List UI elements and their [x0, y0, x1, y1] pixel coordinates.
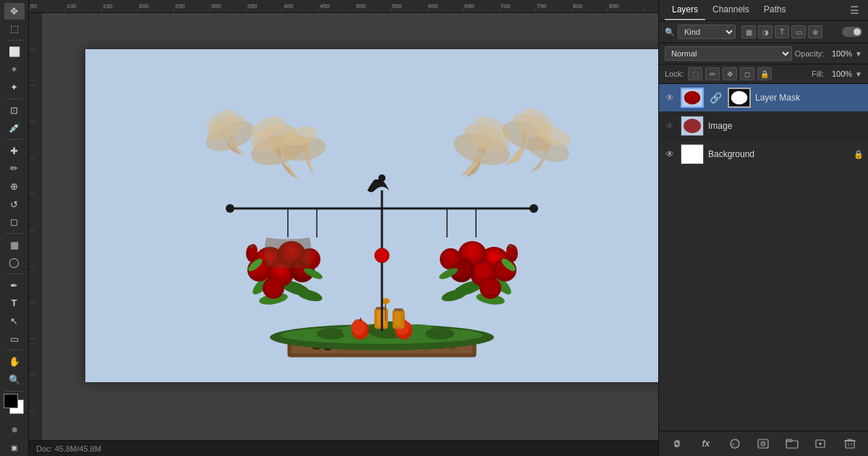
artboard-tool[interactable]: ⬚ — [4, 21, 25, 38]
opacity-value: 100% — [827, 49, 852, 58]
svg-point-204 — [761, 442, 765, 446]
svg-text:200: 200 — [139, 3, 149, 9]
layer-visibility-image[interactable]: 👁 — [663, 119, 676, 132]
magic-wand-tool[interactable]: ✦ — [4, 79, 25, 96]
type-tool[interactable]: T — [4, 295, 25, 312]
svg-point-189 — [446, 251, 456, 261]
svg-rect-53 — [29, 13, 42, 440]
lock-row: Lock: ⬚ ✏ ✥ ◻ 🔒 Fill: 100% ▼ — [659, 64, 868, 84]
layer-filter-icons: ▦ ◑ T ▭ ⊕ — [741, 25, 822, 38]
filter-shape-icon[interactable]: ▭ — [791, 25, 806, 38]
new-group-icon[interactable] — [783, 436, 801, 452]
svg-text:800: 800 — [573, 3, 583, 9]
filter-smart-icon[interactable]: ⊕ — [808, 25, 822, 38]
layer-thumb-background — [681, 144, 704, 164]
crop-tool[interactable]: ⊡ — [4, 102, 25, 119]
lasso-tool[interactable]: ⌖ — [4, 62, 25, 78]
layer-name-background: Background — [708, 149, 849, 159]
layer-chain-icon[interactable]: 🔗 — [708, 92, 723, 104]
svg-point-198 — [731, 91, 747, 105]
lock-transparent-btn[interactable]: ⬚ — [688, 67, 702, 80]
ruler-vertical — [29, 13, 42, 440]
canvas-with-ruler — [29, 13, 658, 440]
svg-point-89 — [425, 328, 454, 339]
fill-dropdown-arrow[interactable]: ▼ — [855, 70, 862, 78]
shape-tool[interactable]: ▭ — [4, 331, 25, 347]
svg-text:400: 400 — [284, 3, 294, 9]
layer-item-background[interactable]: 👁 Background 🔒 — [659, 140, 868, 169]
color-swatches[interactable] — [4, 394, 25, 414]
svg-text:350: 350 — [247, 3, 258, 9]
layer-kind-select[interactable]: Kind — [678, 25, 736, 39]
dodge-tool[interactable]: ◯ — [4, 254, 25, 271]
link-layers-icon[interactable] — [668, 436, 686, 452]
delete-layer-icon[interactable] — [841, 436, 859, 452]
tool-separator-5 — [6, 274, 23, 274]
svg-line-92 — [360, 318, 361, 321]
tab-paths[interactable]: Paths — [757, 0, 793, 20]
new-fill-adjustment-icon[interactable] — [726, 436, 744, 452]
fx-icon[interactable]: fx — [697, 436, 715, 452]
lock-all-btn[interactable]: 🔒 — [757, 67, 772, 80]
screen-mode-tool[interactable]: ▣ — [4, 439, 25, 456]
move-tool[interactable]: ✥ — [4, 3, 25, 20]
lock-artboard-btn[interactable]: ◻ — [740, 67, 754, 80]
gradient-tool[interactable]: ▦ — [4, 237, 25, 253]
brush-tool[interactable]: ✏ — [4, 161, 25, 177]
tool-separator-4 — [6, 233, 23, 234]
blend-opacity-row: Normal Opacity: 100% ▼ — [659, 43, 868, 64]
lock-position-btn[interactable]: ✥ — [723, 67, 737, 80]
left-toolbar: ✥ ⬚ ⬜ ⌖ ✦ ⊡ 💉 ✚ ✏ ⊕ ↺ ◻ ▦ ◯ ✒ T ↖ ▭ ✋ 🔍 … — [0, 0, 29, 456]
foreground-color-swatch[interactable] — [4, 394, 18, 408]
quick-mask-tool[interactable]: ⊗ — [4, 422, 25, 439]
new-layer-mask-icon[interactable] — [754, 436, 772, 452]
svg-rect-212 — [848, 439, 852, 441]
svg-point-148 — [265, 279, 281, 295]
tab-channels[interactable]: Channels — [705, 0, 757, 20]
svg-point-91 — [352, 319, 366, 335]
fill-value: 100% — [827, 69, 852, 78]
canvas-viewport[interactable] — [42, 13, 658, 440]
layer-visibility-background[interactable]: 👁 — [663, 148, 676, 161]
svg-text:150: 150 — [103, 3, 113, 9]
filter-type-icon[interactable]: T — [775, 25, 789, 38]
zoom-tool[interactable]: 🔍 — [4, 371, 25, 388]
history-tool[interactable]: ↺ — [4, 196, 25, 213]
lock-image-btn[interactable]: ✏ — [705, 67, 720, 80]
filter-adjustment-icon[interactable]: ◑ — [758, 25, 773, 38]
svg-point-200 — [684, 119, 701, 133]
background-lock-icon: 🔒 — [854, 150, 864, 159]
tab-layers[interactable]: Layers — [665, 0, 705, 20]
svg-text:100: 100 — [67, 3, 77, 9]
panel-tabs: Layers Channels Paths ☰ — [659, 0, 868, 21]
path-select-tool[interactable]: ↖ — [4, 313, 25, 329]
svg-point-180 — [476, 263, 490, 278]
new-layer-icon[interactable] — [812, 436, 830, 452]
clone-tool[interactable]: ⊕ — [4, 178, 25, 195]
hand-tool[interactable]: ✋ — [4, 353, 25, 370]
svg-text:850: 850 — [609, 3, 619, 9]
svg-point-153 — [249, 244, 258, 257]
eraser-tool[interactable]: ◻ — [4, 214, 25, 230]
marquee-tool[interactable]: ⬜ — [4, 43, 25, 60]
healing-tool[interactable]: ✚ — [4, 143, 25, 159]
panel-menu-icon[interactable]: ☰ — [847, 0, 862, 20]
svg-text:600: 600 — [428, 3, 438, 9]
ruler-v-svg — [29, 13, 42, 440]
svg-rect-210 — [846, 441, 854, 448]
lock-label: Lock: — [665, 69, 684, 78]
layer-thumb-image — [681, 116, 704, 136]
opacity-dropdown-arrow[interactable]: ▼ — [855, 50, 862, 58]
eyedropper-tool[interactable]: 💉 — [4, 119, 25, 136]
pen-tool[interactable]: ✒ — [4, 277, 25, 294]
filter-pixel-icon[interactable]: ▦ — [741, 25, 756, 38]
layer-item-image[interactable]: 👁 Image — [659, 112, 868, 140]
layer-item-layer-mask[interactable]: 👁 🔗 Layer Mask — [659, 84, 868, 112]
layer-visibility-layer-mask[interactable]: 👁 — [663, 91, 676, 104]
blend-mode-select[interactable]: Normal — [665, 46, 792, 61]
layer-name-image: Image — [708, 121, 864, 131]
floral-arrangement — [85, 49, 658, 382]
tool-separator-1 — [6, 40, 23, 41]
filter-toggle[interactable] — [842, 27, 862, 37]
svg-text:450: 450 — [320, 3, 330, 9]
